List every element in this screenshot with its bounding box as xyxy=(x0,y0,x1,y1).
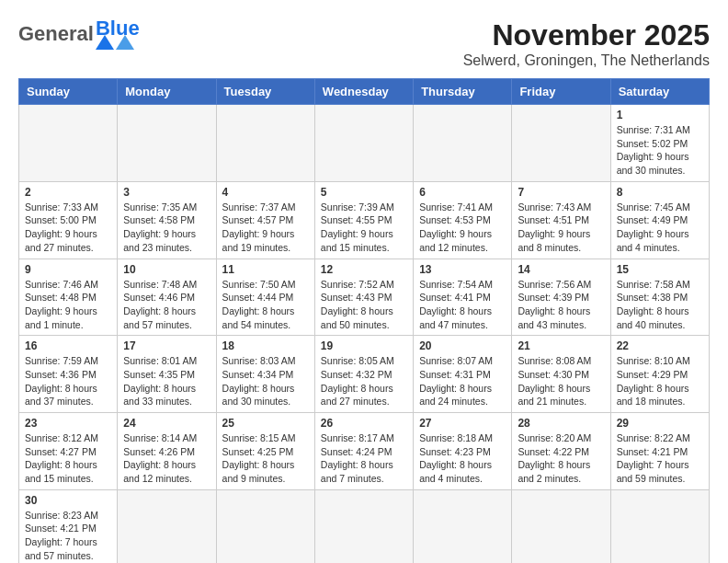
table-row: 16Sunrise: 7:59 AM Sunset: 4:36 PM Dayli… xyxy=(19,336,118,413)
table-row: 13Sunrise: 7:54 AM Sunset: 4:41 PM Dayli… xyxy=(414,259,512,336)
table-row: 17Sunrise: 8:01 AM Sunset: 4:35 PM Dayli… xyxy=(118,336,216,413)
calendar-row: 1Sunrise: 7:31 AM Sunset: 5:02 PM Daylig… xyxy=(19,105,710,182)
header-saturday: Saturday xyxy=(610,79,709,105)
table-row: 18Sunrise: 8:03 AM Sunset: 4:34 PM Dayli… xyxy=(216,336,314,413)
table-row: 10Sunrise: 7:48 AM Sunset: 4:46 PM Dayli… xyxy=(118,259,216,336)
table-row: 12Sunrise: 7:52 AM Sunset: 4:43 PM Dayli… xyxy=(314,259,413,336)
table-row: 9Sunrise: 7:46 AM Sunset: 4:48 PM Daylig… xyxy=(19,259,118,336)
logo-general: General xyxy=(18,22,94,46)
day-info: Sunrise: 8:08 AM Sunset: 4:30 PM Dayligh… xyxy=(518,354,604,408)
table-row xyxy=(314,489,413,563)
day-number: 24 xyxy=(123,417,210,430)
calendar-table: Sunday Monday Tuesday Wednesday Thursday… xyxy=(18,78,710,563)
day-info: Sunrise: 8:22 AM Sunset: 4:21 PM Dayligh… xyxy=(617,431,703,486)
day-number: 18 xyxy=(222,339,309,352)
table-row: 23Sunrise: 8:12 AM Sunset: 4:27 PM Dayli… xyxy=(19,413,118,490)
day-number: 20 xyxy=(419,339,506,352)
day-info: Sunrise: 7:50 AM Sunset: 4:44 PM Dayligh… xyxy=(222,278,309,332)
day-number: 14 xyxy=(518,263,604,276)
day-number: 17 xyxy=(123,339,210,352)
day-info: Sunrise: 7:48 AM Sunset: 4:46 PM Dayligh… xyxy=(123,278,210,332)
day-number: 1 xyxy=(617,109,703,121)
day-info: Sunrise: 7:35 AM Sunset: 4:58 PM Dayligh… xyxy=(123,201,210,255)
table-row: 22Sunrise: 8:10 AM Sunset: 4:29 PM Dayli… xyxy=(610,336,709,413)
day-info: Sunrise: 8:03 AM Sunset: 4:34 PM Dayligh… xyxy=(222,354,309,408)
calendar-row: 16Sunrise: 7:59 AM Sunset: 4:36 PM Dayli… xyxy=(19,336,710,413)
table-row: 4Sunrise: 7:37 AM Sunset: 4:57 PM Daylig… xyxy=(216,181,314,259)
table-row: 2Sunrise: 7:33 AM Sunset: 5:00 PM Daylig… xyxy=(19,181,118,259)
day-info: Sunrise: 7:37 AM Sunset: 4:57 PM Dayligh… xyxy=(222,201,309,255)
table-row: 7Sunrise: 7:43 AM Sunset: 4:51 PM Daylig… xyxy=(512,181,610,259)
day-info: Sunrise: 7:56 AM Sunset: 4:39 PM Dayligh… xyxy=(518,278,604,332)
day-info: Sunrise: 8:12 AM Sunset: 4:27 PM Dayligh… xyxy=(25,431,111,486)
day-number: 9 xyxy=(25,263,111,276)
table-row xyxy=(118,105,216,182)
header-friday: Friday xyxy=(512,79,610,105)
table-row: 24Sunrise: 8:14 AM Sunset: 4:26 PM Dayli… xyxy=(118,413,216,490)
month-title: November 2025 xyxy=(463,18,710,52)
calendar-row: 30Sunrise: 8:23 AM Sunset: 4:21 PM Dayli… xyxy=(19,489,710,563)
table-row: 30Sunrise: 8:23 AM Sunset: 4:21 PM Dayli… xyxy=(19,489,118,563)
header-thursday: Thursday xyxy=(414,79,512,105)
header-wednesday: Wednesday xyxy=(314,79,413,105)
table-row: 1Sunrise: 7:31 AM Sunset: 5:02 PM Daylig… xyxy=(610,105,709,182)
day-info: Sunrise: 8:23 AM Sunset: 4:21 PM Dayligh… xyxy=(25,509,111,563)
day-number: 28 xyxy=(518,417,604,430)
day-info: Sunrise: 8:17 AM Sunset: 4:24 PM Dayligh… xyxy=(321,431,407,486)
title-area: November 2025 Selwerd, Groningen, The Ne… xyxy=(463,18,710,69)
table-row: 27Sunrise: 8:18 AM Sunset: 4:23 PM Dayli… xyxy=(414,413,512,490)
day-info: Sunrise: 7:33 AM Sunset: 5:00 PM Dayligh… xyxy=(25,201,111,255)
day-number: 26 xyxy=(321,417,407,430)
day-info: Sunrise: 7:52 AM Sunset: 4:43 PM Dayligh… xyxy=(321,278,407,332)
day-info: Sunrise: 8:10 AM Sunset: 4:29 PM Dayligh… xyxy=(617,354,703,408)
day-number: 23 xyxy=(25,417,111,430)
table-row xyxy=(512,105,610,182)
table-row xyxy=(414,105,512,182)
day-number: 8 xyxy=(617,186,703,199)
page-header: General Blue November 2025 Selwerd, Gron… xyxy=(18,18,710,69)
table-row: 20Sunrise: 8:07 AM Sunset: 4:31 PM Dayli… xyxy=(414,336,512,413)
day-number: 19 xyxy=(321,339,407,352)
day-number: 10 xyxy=(123,263,210,276)
table-row: 26Sunrise: 8:17 AM Sunset: 4:24 PM Dayli… xyxy=(314,413,413,490)
day-number: 3 xyxy=(123,186,210,199)
day-info: Sunrise: 7:54 AM Sunset: 4:41 PM Dayligh… xyxy=(419,278,506,332)
day-info: Sunrise: 8:07 AM Sunset: 4:31 PM Dayligh… xyxy=(419,354,506,408)
table-row: 21Sunrise: 8:08 AM Sunset: 4:30 PM Dayli… xyxy=(512,336,610,413)
day-info: Sunrise: 8:20 AM Sunset: 4:22 PM Dayligh… xyxy=(518,431,604,486)
table-row: 3Sunrise: 7:35 AM Sunset: 4:58 PM Daylig… xyxy=(118,181,216,259)
day-info: Sunrise: 8:18 AM Sunset: 4:23 PM Dayligh… xyxy=(419,431,506,486)
table-row xyxy=(610,489,709,563)
day-number: 21 xyxy=(518,339,604,352)
weekday-header-row: Sunday Monday Tuesday Wednesday Thursday… xyxy=(19,79,710,105)
table-row: 25Sunrise: 8:15 AM Sunset: 4:25 PM Dayli… xyxy=(216,413,314,490)
table-row xyxy=(19,105,118,182)
day-info: Sunrise: 8:01 AM Sunset: 4:35 PM Dayligh… xyxy=(123,354,210,408)
day-info: Sunrise: 8:15 AM Sunset: 4:25 PM Dayligh… xyxy=(222,431,309,486)
logo-triangle-right xyxy=(116,35,134,50)
table-row xyxy=(118,489,216,563)
calendar-row: 23Sunrise: 8:12 AM Sunset: 4:27 PM Dayli… xyxy=(19,413,710,490)
day-number: 29 xyxy=(617,417,703,430)
day-number: 6 xyxy=(419,186,506,199)
day-info: Sunrise: 7:58 AM Sunset: 4:38 PM Dayligh… xyxy=(617,278,703,332)
day-info: Sunrise: 7:39 AM Sunset: 4:55 PM Dayligh… xyxy=(321,201,407,255)
calendar-row: 9Sunrise: 7:46 AM Sunset: 4:48 PM Daylig… xyxy=(19,259,710,336)
table-row xyxy=(216,489,314,563)
table-row: 6Sunrise: 7:41 AM Sunset: 4:53 PM Daylig… xyxy=(414,181,512,259)
table-row xyxy=(414,489,512,563)
table-row xyxy=(314,105,413,182)
table-row xyxy=(512,489,610,563)
table-row: 19Sunrise: 8:05 AM Sunset: 4:32 PM Dayli… xyxy=(314,336,413,413)
day-number: 12 xyxy=(321,263,407,276)
day-number: 4 xyxy=(222,186,309,199)
day-number: 5 xyxy=(321,186,407,199)
day-info: Sunrise: 7:43 AM Sunset: 4:51 PM Dayligh… xyxy=(518,201,604,255)
day-number: 2 xyxy=(25,186,111,199)
logo-triangle-left xyxy=(96,35,114,50)
day-info: Sunrise: 7:46 AM Sunset: 4:48 PM Dayligh… xyxy=(25,278,111,332)
day-number: 25 xyxy=(222,417,309,430)
day-info: Sunrise: 7:45 AM Sunset: 4:49 PM Dayligh… xyxy=(617,201,703,255)
day-number: 27 xyxy=(419,417,506,430)
day-info: Sunrise: 7:41 AM Sunset: 4:53 PM Dayligh… xyxy=(419,201,506,255)
